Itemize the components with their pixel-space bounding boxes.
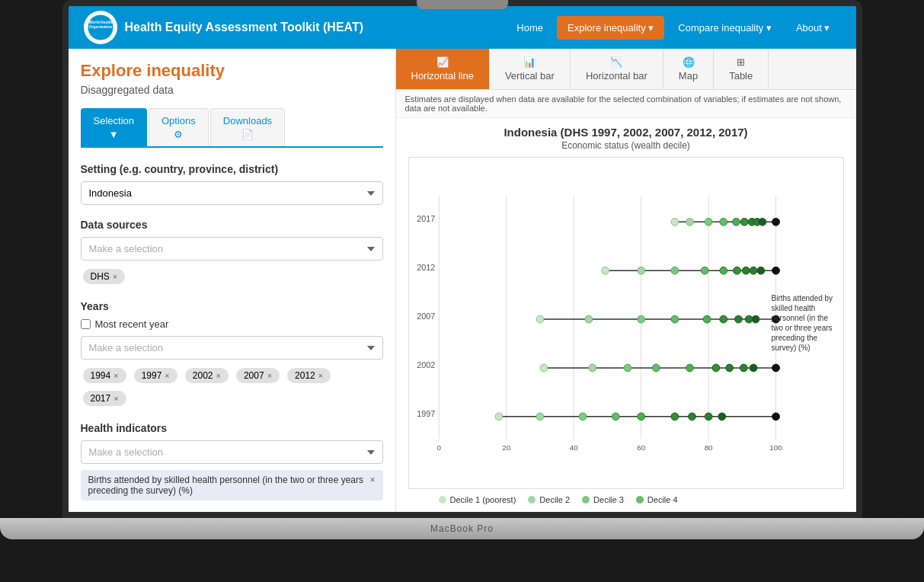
row-2017 (670, 218, 779, 225)
download-icon: 📄 (241, 129, 254, 140)
decile4-dot (636, 496, 644, 504)
setting-group: Setting (e.g. country, province, distric… (81, 163, 383, 205)
svg-text:2002: 2002 (417, 360, 435, 369)
laptop-body: MacBook Pro (0, 518, 924, 539)
nav-about[interactable]: About ▾ (785, 16, 841, 40)
remove-2007[interactable]: × (267, 371, 272, 380)
page-subtitle: Disaggregated data (81, 84, 383, 96)
legend-decile3: Decile 3 (582, 495, 624, 504)
remove-2017[interactable]: × (114, 394, 118, 403)
svg-point-66 (536, 413, 544, 421)
svg-point-62 (750, 364, 757, 372)
vbar-label: Vertical bar (505, 70, 555, 82)
svg-point-60 (725, 364, 733, 372)
nav-home[interactable]: Home (506, 16, 554, 40)
row-2007 (536, 315, 779, 323)
chart-tab-table[interactable]: ⊞ Table (714, 49, 769, 89)
tag-1994: 1994 × (83, 368, 126, 383)
svg-text:2007: 2007 (417, 312, 435, 321)
chart-title: Indonesia (DHS 1997, 2002, 2007, 2012, 2… (408, 126, 844, 139)
decile3-dot (582, 496, 590, 504)
remove-indicator[interactable]: × (369, 475, 375, 485)
tab-downloads[interactable]: Downloads 📄 (210, 108, 285, 146)
chart-tab-hline[interactable]: 📈 Horizontal line (396, 49, 490, 89)
svg-point-23 (705, 218, 712, 225)
chart-inner: Indonesia (DHS 1997, 2002, 2007, 2012, 2… (396, 118, 856, 512)
decile1-label: Decile 1 (poorest) (450, 495, 516, 504)
annotation-text: Births attended by skilled health person… (772, 294, 833, 352)
svg-text:60: 60 (637, 443, 645, 452)
data-sources-group: Data sources Make a selection DHS × (81, 219, 383, 286)
svg-point-43 (536, 315, 544, 323)
map-icon: 🌐 (683, 56, 695, 68)
svg-point-37 (733, 267, 740, 274)
tab-options[interactable]: Options ⚙ (149, 108, 209, 146)
page-title: Explore inequality (81, 61, 383, 81)
remove-1997[interactable]: × (165, 371, 169, 380)
svg-point-71 (688, 413, 695, 421)
decile2-dot (528, 496, 536, 504)
svg-point-21 (670, 218, 678, 225)
map-label: Map (679, 70, 698, 82)
laptop-label: MacBook Pro (430, 523, 494, 534)
tag-2012: 2012 × (287, 368, 331, 383)
svg-point-70 (670, 413, 678, 421)
remove-2002[interactable]: × (216, 371, 220, 380)
legend-decile4: Decile 4 (636, 495, 678, 504)
svg-point-36 (719, 267, 727, 274)
hbar-icon: 📉 (610, 56, 622, 68)
svg-point-44 (584, 315, 592, 323)
nav-explore[interactable]: Explore inequality ▾ (557, 16, 664, 40)
chart-tab-hbar[interactable]: 📉 Horizontal bar (571, 49, 663, 89)
setting-select[interactable]: Indonesia (81, 181, 383, 205)
nav-links: Home Explore inequality ▾ Compare inequa… (506, 16, 840, 40)
chart-tab-vbar[interactable]: 📊 Vertical bar (490, 49, 571, 89)
who-logo: World Health Organization (84, 11, 117, 44)
most-recent-checkbox[interactable] (81, 319, 91, 329)
chart-plot: 2017 2012 2007 2002 1997 (408, 157, 844, 489)
years-select[interactable]: Make a selection (81, 336, 383, 360)
tag-2002: 2002 × (185, 368, 229, 383)
selected-indicator: Births attended by skilled health person… (81, 470, 383, 500)
selection-label: Selection (94, 115, 134, 126)
remove-2012[interactable]: × (318, 371, 323, 380)
svg-point-56 (624, 364, 631, 372)
tag-2007: 2007 × (236, 368, 280, 383)
most-recent-row: Most recent year (81, 318, 383, 330)
svg-text:Organization: Organization (88, 24, 112, 29)
svg-text:0: 0 (436, 443, 441, 452)
tab-selection[interactable]: Selection ▼ (81, 108, 147, 146)
chart-tab-map[interactable]: 🌐 Map (663, 49, 714, 89)
svg-point-69 (637, 413, 644, 421)
svg-point-49 (734, 315, 742, 323)
data-sources-select[interactable]: Make a selection (81, 237, 383, 261)
svg-point-32 (601, 267, 609, 274)
svg-point-22 (686, 218, 693, 225)
svg-point-65 (495, 413, 503, 421)
indicator-text: Births attended by skilled health person… (88, 475, 364, 496)
svg-point-40 (756, 267, 764, 274)
svg-point-46 (670, 315, 678, 323)
nav-compare[interactable]: Compare inequality ▾ (667, 16, 782, 40)
tag-2017: 2017 × (83, 391, 126, 406)
years-tags: 1994 × 1997 × 2002 × 2007 × 2012 × 2017 … (81, 366, 383, 408)
decile4-label: Decile 4 (647, 495, 678, 504)
svg-point-51 (752, 315, 759, 323)
laptop-notch (417, 0, 508, 9)
data-sources-tags: DHS × (81, 267, 383, 286)
vbar-icon: 📊 (523, 56, 536, 68)
svg-point-58 (686, 364, 693, 372)
grid: 2017 2012 2007 2002 1997 (417, 196, 782, 452)
options-label: Options (161, 115, 196, 126)
row-1997 (495, 413, 779, 421)
main-content: Explore inequality Disaggregated data Se… (69, 49, 856, 512)
health-indicators-group: Health indicators Make a selection Birth… (81, 422, 383, 500)
remove-dhs[interactable]: × (113, 272, 117, 281)
svg-point-73 (718, 413, 725, 421)
legend-decile2: Decile 2 (528, 495, 570, 504)
health-indicators-select[interactable]: Make a selection (81, 440, 383, 464)
svg-text:80: 80 (704, 443, 712, 452)
remove-1994[interactable]: × (114, 371, 118, 380)
decile2-label: Decile 2 (539, 495, 570, 504)
svg-point-59 (712, 364, 720, 372)
